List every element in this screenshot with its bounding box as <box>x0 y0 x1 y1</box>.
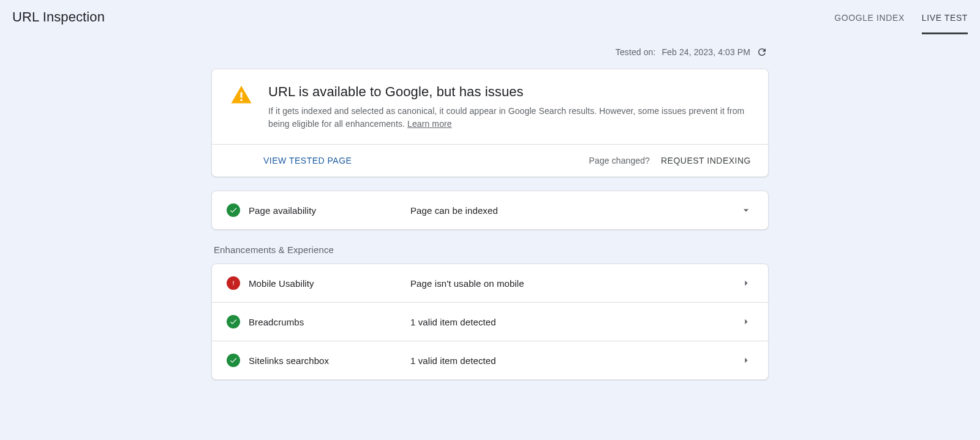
enhancements-card: Mobile Usability Page isn't usable on mo… <box>211 264 769 380</box>
enhancement-label: Sitelinks searchbox <box>249 355 410 366</box>
summary-description: If it gets indexed and selected as canon… <box>268 105 751 131</box>
tabs: GOOGLE INDEX LIVE TEST <box>834 0 968 34</box>
enhancement-value: 1 valid item detected <box>410 317 739 327</box>
view-tested-page-button[interactable]: VIEW TESTED PAGE <box>263 156 352 165</box>
check-icon <box>227 203 240 217</box>
chevron-right-icon <box>739 354 753 366</box>
request-indexing-button[interactable]: REQUEST INDEXING <box>661 156 751 165</box>
availability-card: Page availability Page can be indexed <box>211 191 769 230</box>
chevron-right-icon <box>739 316 753 328</box>
check-icon <box>227 315 240 328</box>
svg-rect-2 <box>233 281 233 284</box>
summary-title: URL is available to Google, but has issu… <box>268 84 751 100</box>
enhancement-row-sitelinks-searchbox[interactable]: Sitelinks searchbox 1 valid item detecte… <box>212 341 768 379</box>
learn-more-link[interactable]: Learn more <box>407 119 452 129</box>
chevron-right-icon <box>739 277 753 289</box>
enhancement-row-breadcrumbs[interactable]: Breadcrumbs 1 valid item detected <box>212 302 768 341</box>
page-changed-label: Page changed? <box>589 156 650 165</box>
page-availability-row[interactable]: Page availability Page can be indexed <box>212 191 768 229</box>
chevron-down-icon <box>739 204 753 216</box>
enhancement-value: Page isn't usable on mobile <box>410 278 739 289</box>
check-icon <box>227 354 240 367</box>
tested-on-row: Tested on: Feb 24, 2023, 4:03 PM <box>211 43 769 69</box>
svg-rect-1 <box>241 99 243 101</box>
summary-body: URL is available to Google, but has issu… <box>212 69 768 144</box>
svg-rect-3 <box>233 284 233 285</box>
summary-actions: VIEW TESTED PAGE Page changed? REQUEST I… <box>212 144 768 176</box>
error-icon <box>227 276 240 290</box>
refresh-icon[interactable] <box>756 47 767 58</box>
svg-rect-0 <box>241 93 243 98</box>
enhancement-row-mobile-usability[interactable]: Mobile Usability Page isn't usable on mo… <box>212 264 768 302</box>
tested-on-prefix: Tested on: <box>616 47 656 57</box>
enhancement-value: 1 valid item detected <box>410 355 739 366</box>
warning-icon <box>229 84 254 131</box>
summary-text: URL is available to Google, but has issu… <box>268 84 751 131</box>
enhancement-label: Mobile Usability <box>249 278 410 289</box>
main-container: Tested on: Feb 24, 2023, 4:03 PM URL is … <box>211 34 769 380</box>
tab-google-index[interactable]: GOOGLE INDEX <box>834 2 905 34</box>
availability-label: Page availability <box>249 205 410 216</box>
tested-on-timestamp: Feb 24, 2023, 4:03 PM <box>662 47 750 57</box>
page-title: URL Inspection <box>12 9 105 25</box>
availability-value: Page can be indexed <box>410 205 739 216</box>
enhancement-label: Breadcrumbs <box>249 317 410 327</box>
top-bar: URL Inspection GOOGLE INDEX LIVE TEST <box>0 0 980 34</box>
summary-card: URL is available to Google, but has issu… <box>211 69 769 177</box>
summary-description-text: If it gets indexed and selected as canon… <box>268 106 744 129</box>
enhancements-header: Enhancements & Experience <box>211 230 769 264</box>
tab-live-test[interactable]: LIVE TEST <box>922 2 968 34</box>
